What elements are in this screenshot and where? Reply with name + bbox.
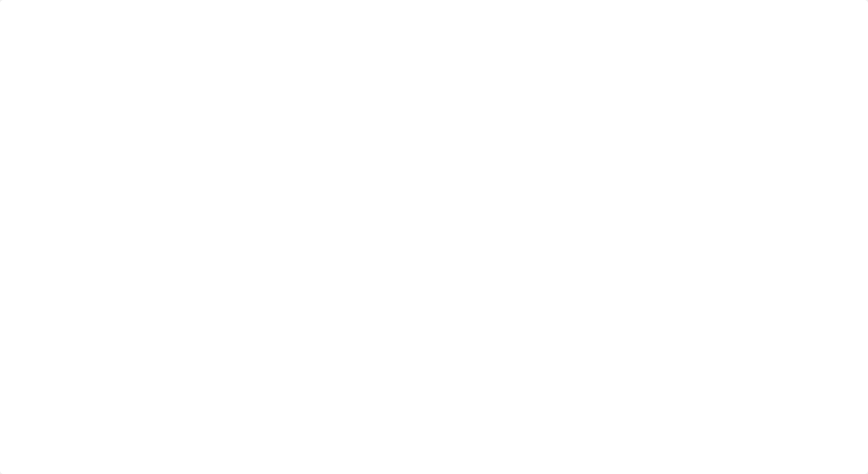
finder-window <box>0 0 868 474</box>
